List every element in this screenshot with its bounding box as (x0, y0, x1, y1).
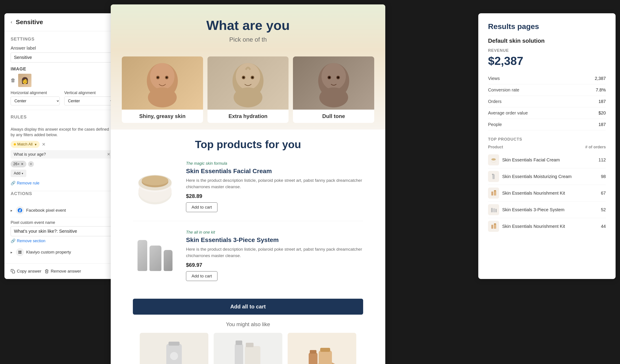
age-chip-remove-icon[interactable]: ✕ (21, 162, 24, 166)
pixel-event-input[interactable] (11, 226, 113, 236)
remove-section-label: Remove section (17, 239, 45, 243)
age-question-close-icon[interactable]: ✕ (107, 152, 110, 157)
skin-card-greasy-img (122, 57, 203, 110)
klaviyo-action-item: ▸ Klaviyo custom property ⋮ (11, 245, 113, 259)
klaviyo-expand-icon[interactable]: ▸ (11, 250, 12, 254)
metric-row-avg-order: Average order value $20 (488, 107, 606, 119)
svg-point-23 (328, 76, 330, 78)
match-all-label: Match All (17, 142, 32, 147)
skin-card-hydration-img (207, 57, 289, 110)
copy-answer-label: Copy answer (17, 269, 41, 274)
svg-rect-57 (491, 225, 493, 229)
add-button-label: Add (14, 171, 20, 176)
small-product-img-moisturizing (140, 333, 208, 364)
product-info-3piece: The all in one kit Skin Essentials 3-Pie… (186, 230, 363, 281)
skin-card-dull-img (293, 57, 374, 110)
facebook-action-item: ▸ Facebook pixel event ⋮ (11, 204, 113, 217)
metric-row-conversion: Conversion rate 7.8% (488, 84, 606, 96)
svg-rect-39 (246, 343, 253, 347)
quiz-subtitle: Pick one of th (128, 36, 368, 43)
svg-point-16 (243, 76, 245, 78)
svg-point-20 (322, 63, 346, 90)
pixel-event-label: Pixel custom event name (11, 220, 113, 225)
expand-icon[interactable]: ▸ (11, 208, 12, 212)
svg-point-31 (142, 176, 168, 185)
left-panel: ‹ Sensitive SETTINGS Answer label IMAGE … (4, 13, 120, 279)
product-list-row-5: Skin Essentials Nourishment Kit 44 (488, 218, 606, 234)
remove-rule-link[interactable]: 🔗 Remove rule (11, 181, 113, 185)
klaviyo-icon (16, 248, 24, 256)
product-img-3piece (133, 233, 177, 278)
add-button[interactable]: Add ▾ (11, 170, 26, 177)
svg-rect-44 (310, 350, 316, 354)
svg-rect-51 (491, 192, 493, 196)
product-list-left-5: Skin Essentials Nourishment Kit (488, 221, 565, 232)
rules-header: RULES − (11, 114, 113, 123)
match-all-tag[interactable]: Match All ▾ (11, 141, 40, 148)
horizontal-alignment-group: Horizontal alignment Center (11, 91, 60, 106)
product-list-name-2: Skin Essentials Moisturizing Cream (502, 174, 572, 179)
skin-card-greasy[interactable]: Shiny, greasy skin (122, 57, 203, 123)
skin-card-dull[interactable]: Dull tone (293, 57, 374, 123)
vertical-alignment-group: Vertical alignment Center (64, 91, 113, 106)
add-to-cart-3piece-button[interactable]: Add to cart (186, 271, 217, 281)
trash-icon[interactable]: 🗑 (11, 77, 16, 83)
product-row-facial-cream: The magic skin formula Skin Essentials F… (133, 161, 363, 221)
product-name-3piece: Skin Essentials 3-Piece System (186, 236, 363, 243)
facebook-action-left: ▸ Facebook pixel event (11, 206, 66, 214)
results-title: Results pages (488, 22, 606, 31)
horizontal-alignment-select[interactable]: Center (11, 97, 60, 106)
answer-label-input[interactable] (11, 52, 113, 62)
add-to-cart-facial-cream-button[interactable]: Add to cart (186, 202, 217, 212)
svg-rect-54 (491, 208, 493, 212)
match-all-close-icon[interactable]: ✕ (42, 142, 46, 147)
result-page-name: Default skin solution (488, 37, 606, 44)
add-dropdown-icon: ▾ (22, 172, 23, 175)
add-all-to-cart-button[interactable]: Add all to cart (133, 299, 363, 315)
product-row-3piece: The all in one kit Skin Essentials 3-Pie… (133, 230, 363, 290)
age-plus-icon[interactable]: + (28, 161, 34, 167)
age-question-text: What is your age? (14, 152, 46, 157)
svg-rect-36 (235, 344, 243, 364)
small-product-img-hydration (214, 333, 282, 364)
svg-rect-41 (319, 350, 332, 364)
image-actions: 🗑 👩 (11, 74, 113, 87)
product-list-left-2: Skin Essentials Moisturizing Cream (488, 171, 572, 182)
small-product-hydration: Skin Essentials Hydration System $74.97 … (214, 333, 282, 364)
metric-orders-value: 187 (580, 96, 606, 107)
svg-rect-56 (496, 209, 497, 212)
revenue-label: REVENUE (488, 48, 606, 53)
product-list-row-3: Skin Essentials Nourishment Kit 67 (488, 185, 606, 201)
product-tag-facial-cream: The magic skin formula (186, 161, 363, 166)
vertical-alignment-select[interactable]: Center (64, 97, 113, 106)
product-list-orders-1: 112 (599, 157, 606, 163)
age-question-row: What is your age? ✕ (11, 150, 113, 159)
copy-answer-button[interactable]: Copy answer (11, 267, 41, 275)
remove-section-link[interactable]: 🔗 Remove section (11, 239, 113, 243)
main-container: ‹ Sensitive SETTINGS Answer label IMAGE … (0, 0, 620, 364)
facebook-icon (16, 206, 24, 214)
svg-rect-55 (493, 208, 495, 212)
remove-section-icon: 🔗 (11, 239, 16, 243)
product-price-facial-cream: $28.89 (186, 193, 363, 199)
product-desc-3piece: Here is the product description listicle… (186, 246, 363, 259)
back-button[interactable]: ‹ (11, 19, 12, 25)
match-all-tag-row: Match All ▾ ✕ (11, 141, 113, 148)
remove-answer-button[interactable]: Remove answer (45, 267, 81, 275)
vertical-alignment-label: Vertical alignment (64, 91, 113, 95)
bottom-bar: Copy answer Remove answer (4, 263, 120, 279)
metrics-table: Views 2,387 Conversion rate 7.8% Orders … (488, 73, 606, 130)
age-chip[interactable]: 26+ ✕ (11, 161, 26, 167)
metric-people-name: People (488, 119, 580, 130)
remove-rule-icon: 🔗 (11, 181, 16, 185)
remove-answer-label: Remove answer (51, 269, 81, 274)
skin-cards-row: Shiny, greasy skin (111, 50, 385, 130)
svg-rect-33 (169, 342, 180, 346)
product-tag-3piece: The all in one kit (186, 230, 363, 235)
skin-card-hydration[interactable]: Extra hydration (207, 57, 289, 123)
answer-label-field-label: Answer label (11, 46, 113, 51)
bottle-1 (138, 240, 147, 271)
age-tag-row: 26+ ✕ + (11, 161, 113, 167)
match-all-remove-icon[interactable]: ▾ (35, 142, 36, 147)
product-name-facial-cream: Skin Essentials Facial Cream (186, 167, 363, 175)
